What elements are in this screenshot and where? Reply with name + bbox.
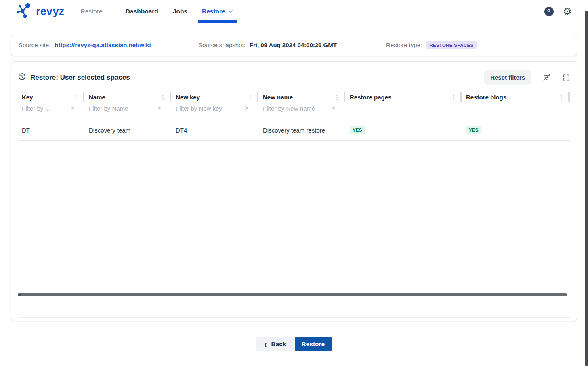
column-menu-icon[interactable]: ⋮ (450, 94, 456, 100)
clear-filter-icon[interactable]: ✕ (157, 105, 162, 112)
top-navigation-bar: revyz Restore Dashboard Jobs Restore ? ⚙ (0, 0, 588, 23)
nav-item-restore-active[interactable]: Restore (200, 0, 235, 23)
brand-logo[interactable]: revyz (16, 0, 65, 23)
reset-filters-button[interactable]: Reset filters (484, 70, 531, 85)
clear-filter-icon[interactable]: ✕ (70, 105, 75, 112)
back-chevron-icon: ‹ (264, 340, 267, 348)
source-snapshot-group: Source snapshot: Fri, 09 Aug 2024 04:00:… (198, 42, 386, 48)
clear-filter-icon[interactable]: ✕ (244, 105, 249, 112)
filter-input-new-key[interactable] (176, 105, 242, 112)
column-header-new-name: New name ⋮ (259, 90, 346, 104)
history-icon (18, 72, 26, 82)
column-header-name: Name ⋮ (85, 90, 172, 104)
restore-pages-badge: YES (350, 126, 365, 134)
filter-input-key[interactable] (22, 105, 68, 112)
nav-item-restore-secondary[interactable]: Restore (79, 0, 104, 23)
nav-items: Restore Dashboard Jobs Restore (74, 0, 240, 23)
brand-name: revyz (36, 5, 65, 18)
column-menu-icon[interactable]: ⋮ (247, 94, 253, 100)
fullscreen-icon[interactable] (562, 74, 570, 82)
horizontal-scrollbar[interactable] (18, 293, 567, 296)
spaces-table: Key ⋮ Name ⋮ New key ⋮ New name ⋮ Restor… (18, 90, 570, 293)
gear-icon[interactable]: ⚙ (563, 6, 572, 17)
cell-key: DT (18, 127, 85, 134)
table-footer-area (18, 297, 570, 318)
brand-logo-icon (16, 2, 33, 21)
filter-input-name[interactable] (89, 105, 155, 112)
restore-blogs-badge: YES (466, 126, 481, 134)
source-snapshot-value: Fri, 09 Aug 2024 04:00:26 GMT (250, 42, 337, 48)
filter-input-new-name[interactable] (263, 105, 329, 112)
cell-new-name: Discovery team restore (259, 127, 346, 134)
footer-actions: ‹ Back Restore (0, 337, 588, 351)
panel-header: Restore: User selected spaces Reset filt… (11, 62, 577, 90)
column-menu-icon[interactable]: ⋮ (334, 94, 340, 100)
chevron-down-icon (228, 10, 233, 13)
restore-spaces-panel: Restore: User selected spaces Reset filt… (11, 61, 577, 321)
restore-button[interactable]: Restore (295, 337, 332, 351)
table-filter-row: ✕ ✕ ✕ ✕ (18, 104, 570, 120)
help-icon[interactable]: ? (544, 7, 554, 16)
source-site-link[interactable]: https://revyz-qa.atlassian.net/wiki (55, 42, 151, 48)
table-empty-area (18, 141, 570, 293)
table-header-row: Key ⋮ Name ⋮ New key ⋮ New name ⋮ Restor… (18, 90, 570, 104)
active-tab-underline (198, 20, 237, 23)
column-menu-icon[interactable]: ⋮ (73, 94, 79, 100)
cell-restore-pages: YES (346, 126, 462, 134)
nav-right-controls: ? ⚙ (544, 0, 572, 23)
table-row: DT Discovery team DT4 Discovery team res… (18, 120, 570, 141)
restore-info-bar: Source site: https://revyz-qa.atlassian.… (11, 34, 577, 56)
column-resize-handle[interactable] (344, 92, 345, 102)
back-button[interactable]: ‹ Back (256, 337, 294, 351)
cell-new-key: DT4 (172, 127, 259, 134)
column-menu-icon[interactable]: ⋮ (160, 94, 166, 100)
restore-type-label: Restore type: (386, 42, 422, 48)
column-header-key: Key ⋮ (18, 90, 85, 104)
column-header-restore-blogs: Restore blogs ⋮ (462, 90, 570, 104)
source-snapshot-label: Source snapshot: (198, 42, 246, 48)
panel-title: Restore: User selected spaces (30, 74, 130, 82)
restore-type-group: Restore type: RESTORE SPACES (386, 41, 477, 49)
cell-name: Discovery team (85, 127, 172, 134)
column-header-restore-pages: Restore pages ⋮ (346, 90, 462, 104)
page-bottom-divider (0, 358, 588, 358)
nav-item-dashboard[interactable]: Dashboard (124, 0, 160, 23)
nav-divider (114, 6, 114, 17)
nav-item-jobs[interactable]: Jobs (171, 0, 189, 23)
column-header-new-key: New key ⋮ (172, 90, 259, 104)
cell-restore-blogs: YES (462, 126, 570, 134)
column-resize-handle[interactable] (568, 92, 570, 102)
clear-filter-icon[interactable]: ✕ (331, 105, 336, 112)
source-site-group: Source site: https://revyz-qa.atlassian.… (19, 42, 198, 48)
column-resize-handle[interactable] (83, 92, 84, 102)
column-resize-handle[interactable] (460, 92, 462, 102)
column-resize-handle[interactable] (257, 92, 258, 102)
column-menu-icon[interactable]: ⋮ (559, 94, 565, 100)
filter-off-icon[interactable] (542, 73, 551, 82)
column-resize-handle[interactable] (170, 92, 171, 102)
vertical-scrollbar[interactable] (585, 11, 588, 366)
restore-type-badge: RESTORE SPACES (426, 41, 477, 49)
source-site-label: Source site: (19, 42, 50, 48)
